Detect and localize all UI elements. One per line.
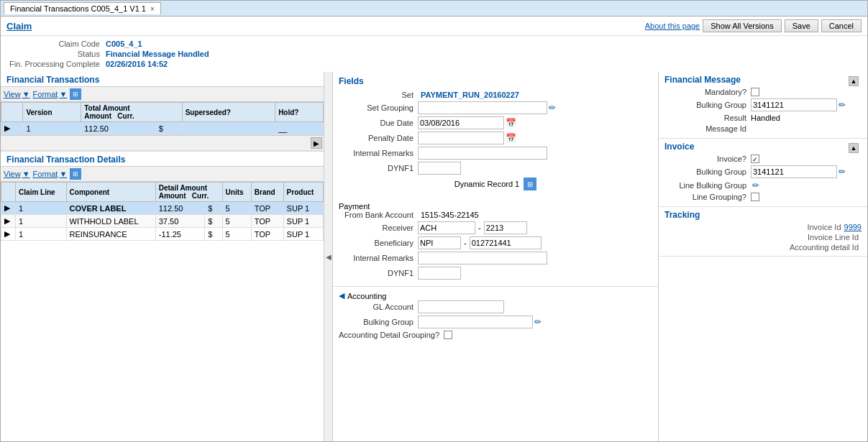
payment-dynf1-input[interactable] (418, 267, 461, 280)
top-bar-left: Claim (6, 21, 32, 32)
set-value: PAYMENT_RUN_20160227 (418, 91, 519, 99)
claim-info: Claim Code C005_4_1 Status Financial Mes… (1, 36, 867, 72)
bulking-group-icon-acc[interactable]: ✏ (533, 317, 543, 327)
penalty-date-row: Penalty Date 📅 (339, 132, 652, 144)
due-date-calendar-icon[interactable]: 📅 (504, 118, 518, 128)
row-expand-d[interactable]: ▶ (1, 202, 16, 215)
beneficiary-input1[interactable] (418, 236, 461, 249)
invoice-id-row: Invoice Id 9999 (664, 223, 862, 231)
accounting-detail-id-label: Accounting detail Id (787, 243, 859, 252)
payment-internal-remarks-input[interactable] (418, 252, 547, 264)
line-bulking-group-row: Line Bulking Group ✏ (664, 180, 862, 190)
row-brand: TOP (251, 202, 283, 215)
row-component: REINSURANCE (66, 228, 155, 241)
bulking-group-label-acc: Bulking Group (339, 318, 418, 326)
divider-arrow[interactable]: ◀ (324, 72, 333, 441)
financial-message-section: Financial Message ▲ Mandatory? Bulking G… (659, 72, 867, 139)
line-bulking-group-icon[interactable]: ✏ (751, 180, 761, 190)
due-date-label: Due Date (339, 119, 418, 127)
invoice-label: Invoice? (664, 155, 751, 163)
invoice-checkbox[interactable] (751, 155, 759, 163)
beneficiary-input2[interactable] (470, 236, 542, 249)
penalty-date-calendar-icon[interactable]: 📅 (504, 133, 518, 143)
accounting-collapse-icon[interactable]: ◀ (339, 291, 344, 300)
view-button-ft[interactable]: View ▼ (4, 90, 30, 98)
invoice-id-value[interactable]: 9999 (844, 223, 862, 231)
col-expand (1, 103, 23, 122)
row-hold: __ (275, 122, 324, 135)
set-grouping-icon[interactable]: ✏ (547, 103, 557, 113)
table-row[interactable]: ▶ 1 REINSURANCE -11.25 $ 5 TOP SUP 1 (1, 228, 324, 241)
content-area: Claim About this page Show All Versions … (1, 17, 867, 441)
col-total-amount: Total AmountAmount Curr. (81, 103, 182, 122)
bulking-group-input-fm[interactable] (751, 98, 837, 111)
internal-remarks-input[interactable] (418, 147, 547, 160)
scroll-right-btn[interactable]: ▶ (311, 137, 322, 149)
view-button-ftd[interactable]: View ▼ (4, 170, 30, 178)
scroll-up-btn-inv[interactable]: ▲ (849, 143, 859, 153)
fields-section: Fields Set PAYMENT_RUN_20160227 Set Grou… (333, 72, 658, 198)
accounting-detail-grouping-label: Accounting Detail Grouping? (339, 331, 444, 339)
table-row[interactable]: ▶ 1 COVER LABEL 112.50 $ 5 TOP SUP 1 (1, 202, 324, 215)
row-units: 5 (222, 202, 251, 215)
due-date-row: Due Date 📅 (339, 116, 652, 129)
row-expand[interactable]: ▶ (1, 122, 23, 135)
tab-bar: Financial Transactions C005_4_1 V1 1 × (1, 1, 867, 17)
financial-message-title: Financial Message (664, 75, 741, 85)
dynf1-row: DYNF1 (339, 162, 652, 175)
export-icon-ft[interactable]: ⊞ (70, 88, 81, 100)
mandatory-checkbox[interactable] (751, 88, 759, 96)
financial-transaction-details-title: Financial Transaction Details (1, 152, 324, 166)
row-amount-d: -11.25 (155, 228, 205, 241)
format-button-ft[interactable]: Format ▼ (33, 90, 68, 98)
bulking-group-input-inv[interactable] (751, 165, 837, 178)
receiver-row: Receiver - (339, 221, 652, 234)
main-window: Financial Transactions C005_4_1 V1 1 × C… (0, 0, 868, 442)
tab-close-button[interactable]: × (150, 5, 155, 13)
bulking-group-icon-fm[interactable]: ✏ (837, 100, 847, 110)
gl-account-row: GL Account (339, 300, 652, 313)
row-curr-d: $ (205, 228, 222, 241)
bulking-group-input-acc[interactable] (418, 316, 533, 328)
table-row[interactable]: ▶ 1 112.50 $ __ (1, 122, 324, 135)
accounting-detail-grouping-checkbox[interactable] (444, 331, 452, 339)
dynamic-record-icon[interactable]: ⊞ (524, 178, 536, 190)
row-curr: $ (155, 122, 182, 135)
col-component: Component (66, 183, 155, 202)
row-version: 1 (23, 122, 81, 135)
line-grouping-row: Line Grouping? (664, 193, 862, 201)
left-panel: Financial Transactions View ▼ Format ▼ ⊞ (1, 72, 324, 441)
main-tab[interactable]: Financial Transactions C005_4_1 V1 1 × (4, 2, 161, 14)
message-id-label: Message Id (664, 124, 751, 133)
row-units: 5 (222, 215, 251, 228)
save-button[interactable]: Save (785, 19, 818, 32)
beneficiary-separator: - (461, 239, 470, 247)
gl-account-input[interactable] (418, 300, 504, 313)
mandatory-label: Mandatory? (664, 88, 751, 96)
show-versions-button[interactable]: Show All Versions (703, 19, 781, 32)
row-units: 5 (222, 228, 251, 241)
row-expand-d[interactable]: ▶ (1, 215, 16, 228)
table-row[interactable]: ▶ 1 WITHHOLD LABEL 37.50 $ 5 TOP SUP 1 (1, 215, 324, 228)
set-grouping-input[interactable] (418, 101, 547, 114)
page-title[interactable]: Claim (6, 21, 32, 32)
bulking-group-row-fm: Bulking Group ✏ (664, 98, 862, 111)
about-page-button[interactable]: About this page (645, 22, 700, 30)
line-grouping-checkbox[interactable] (751, 193, 759, 201)
format-button-ftd[interactable]: Format ▼ (33, 170, 68, 178)
export-icon-ftd[interactable]: ⊞ (70, 168, 81, 180)
dynamic-record-row: Dynamic Record 1 ⊞ (339, 178, 652, 190)
penalty-date-input[interactable] (418, 132, 504, 144)
dynf1-input[interactable] (418, 162, 461, 175)
payment-section: Payment From Bank Account 1515-345-22145… (333, 198, 658, 287)
receiver-input1[interactable] (418, 221, 475, 234)
due-date-input[interactable] (418, 116, 504, 129)
result-row: Result Handled (664, 114, 862, 122)
receiver-separator: - (475, 224, 484, 232)
accounting-detail-grouping-row: Accounting Detail Grouping? (339, 331, 652, 339)
cancel-button[interactable]: Cancel (821, 19, 862, 32)
bulking-group-icon-inv[interactable]: ✏ (837, 167, 847, 177)
scroll-up-btn-fm[interactable]: ▲ (849, 76, 859, 86)
receiver-input2[interactable] (484, 221, 527, 234)
row-expand-d[interactable]: ▶ (1, 228, 16, 241)
